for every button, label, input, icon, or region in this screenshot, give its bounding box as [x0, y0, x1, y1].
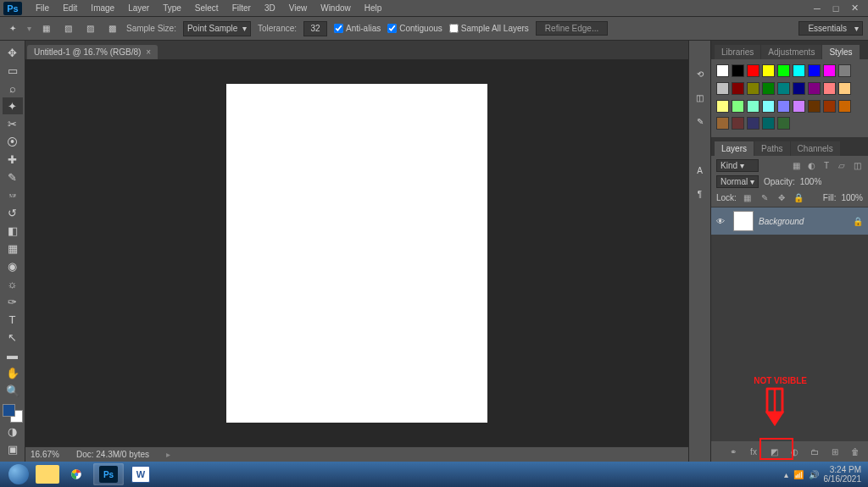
swatch[interactable] — [732, 82, 744, 95]
magic-wand-icon[interactable]: ✦ — [5, 21, 20, 36]
properties-icon[interactable]: ◫ — [693, 90, 708, 105]
tolerance-input[interactable] — [303, 21, 327, 36]
pen-tool[interactable]: ✑ — [3, 294, 23, 311]
swatch[interactable] — [747, 117, 760, 130]
swatch[interactable] — [716, 64, 729, 77]
tray-icon[interactable]: ▴ — [784, 470, 788, 479]
group-icon[interactable]: 🗀 — [809, 445, 821, 457]
path-tool[interactable]: ↖ — [3, 329, 23, 346]
swatch[interactable] — [762, 64, 775, 77]
healing-tool[interactable]: ✚ — [3, 151, 23, 168]
filter-smart-icon[interactable]: ◫ — [851, 160, 863, 172]
tab-layers[interactable]: Layers — [715, 141, 754, 156]
color-swatch[interactable] — [3, 404, 23, 423]
history-icon[interactable]: ⟲ — [693, 66, 708, 81]
lock-all-icon[interactable]: 🔒 — [793, 191, 804, 203]
character-icon[interactable]: A — [693, 163, 708, 178]
swatch[interactable] — [793, 82, 805, 95]
menu-filter[interactable]: Filter — [225, 1, 258, 16]
chrome-icon[interactable] — [61, 463, 92, 485]
start-button[interactable] — [3, 462, 34, 486]
close-button[interactable]: ✕ — [848, 3, 861, 14]
fill-value[interactable]: 100% — [841, 193, 863, 202]
foreground-color[interactable] — [3, 404, 15, 417]
sound-icon[interactable]: 🔊 — [809, 470, 819, 479]
swatch[interactable] — [808, 100, 821, 113]
stamp-tool[interactable]: ⎃ — [3, 186, 23, 203]
dodge-tool[interactable]: ☼ — [3, 276, 23, 293]
lasso-tool[interactable]: ⌕ — [3, 80, 23, 97]
swatch[interactable] — [716, 100, 729, 113]
canvas[interactable] — [226, 84, 487, 423]
explorer-icon[interactable] — [36, 465, 59, 484]
swatch[interactable] — [777, 82, 790, 95]
layer-thumbnail[interactable] — [733, 211, 754, 231]
swatch[interactable] — [762, 82, 775, 95]
photoshop-task-icon[interactable]: Ps — [93, 463, 124, 485]
close-icon[interactable]: × — [146, 47, 151, 57]
lock-image-icon[interactable]: ✎ — [759, 191, 771, 203]
brush-presets-icon[interactable]: ✎ — [693, 113, 708, 129]
swatch[interactable] — [747, 100, 760, 113]
selection-mode-icon[interactable]: ▦ — [38, 21, 53, 36]
swatch[interactable] — [793, 64, 805, 77]
swatch[interactable] — [838, 100, 851, 113]
swatch[interactable] — [777, 64, 790, 77]
swatch[interactable] — [716, 117, 729, 130]
filter-adjust-icon[interactable]: ◐ — [805, 160, 817, 172]
gradient-tool[interactable]: ▦ — [3, 241, 23, 257]
tab-styles[interactable]: Styles — [822, 45, 859, 59]
sample-all-checkbox[interactable]: Sample All Layers — [449, 24, 529, 33]
selection-subtract-icon[interactable]: ▨ — [82, 21, 97, 36]
swatch[interactable] — [808, 82, 821, 95]
word-task-icon[interactable]: W — [125, 463, 156, 485]
blend-mode-select[interactable]: Normal ▾ — [716, 175, 759, 188]
swatch[interactable] — [732, 64, 744, 77]
type-tool[interactable]: T — [3, 312, 23, 329]
tab-paths[interactable]: Paths — [754, 141, 790, 156]
menu-edit[interactable]: Edit — [56, 1, 84, 16]
swatch[interactable] — [732, 117, 744, 130]
selection-intersect-icon[interactable]: ▩ — [104, 21, 120, 36]
swatch[interactable] — [747, 64, 760, 77]
swatch[interactable] — [823, 82, 836, 95]
swatch[interactable] — [762, 117, 775, 130]
menu-3d[interactable]: 3D — [258, 1, 282, 16]
move-tool[interactable]: ✥ — [3, 44, 23, 61]
swatch[interactable] — [838, 82, 851, 95]
menu-window[interactable]: Window — [314, 1, 358, 16]
blur-tool[interactable]: ◉ — [3, 258, 23, 275]
screen-mode-tool[interactable]: ▣ — [3, 441, 23, 458]
new-layer-icon[interactable]: ⊞ — [829, 445, 841, 457]
tab-libraries[interactable]: Libraries — [715, 45, 760, 59]
filter-shape-icon[interactable]: ▱ — [836, 160, 848, 172]
swatch[interactable] — [808, 64, 821, 77]
workspace-select[interactable]: Essentials ▾ — [798, 21, 863, 36]
menu-layer[interactable]: Layer — [121, 1, 156, 16]
magic-wand-tool[interactable]: ✦ — [3, 97, 23, 114]
swatch[interactable] — [762, 100, 775, 113]
delete-layer-icon[interactable]: 🗑 — [849, 445, 861, 457]
brush-tool[interactable]: ✎ — [3, 169, 23, 185]
layer-mask-icon[interactable]: ◩ — [768, 445, 780, 457]
visibility-icon[interactable]: 👁 — [716, 217, 728, 226]
menu-view[interactable]: View — [282, 1, 314, 16]
menu-select[interactable]: Select — [188, 1, 225, 16]
swatch[interactable] — [823, 64, 836, 77]
eraser-tool[interactable]: ◧ — [3, 222, 23, 239]
refine-edge-button[interactable]: Refine Edge... — [536, 21, 608, 36]
menu-file[interactable]: File — [29, 1, 56, 16]
opacity-value[interactable]: 100% — [800, 177, 822, 186]
layer-row[interactable]: 👁 Background 🔒 — [711, 208, 868, 235]
filter-type-icon[interactable]: T — [821, 160, 832, 172]
crop-tool[interactable]: ✂ — [3, 115, 23, 132]
clock[interactable]: 3:24 PM 6/16/2021 — [824, 465, 862, 484]
filter-pixel-icon[interactable]: ▦ — [790, 160, 802, 172]
canvas-viewport[interactable] — [25, 59, 688, 446]
swatch[interactable] — [793, 100, 805, 113]
menu-type[interactable]: Type — [156, 1, 188, 16]
sample-size-select[interactable]: Point Sample▾ — [183, 21, 251, 36]
layer-fx-icon[interactable]: fx — [748, 445, 760, 457]
minimize-button[interactable]: ─ — [810, 3, 824, 14]
eyedropper-tool[interactable]: ⦿ — [3, 133, 23, 150]
